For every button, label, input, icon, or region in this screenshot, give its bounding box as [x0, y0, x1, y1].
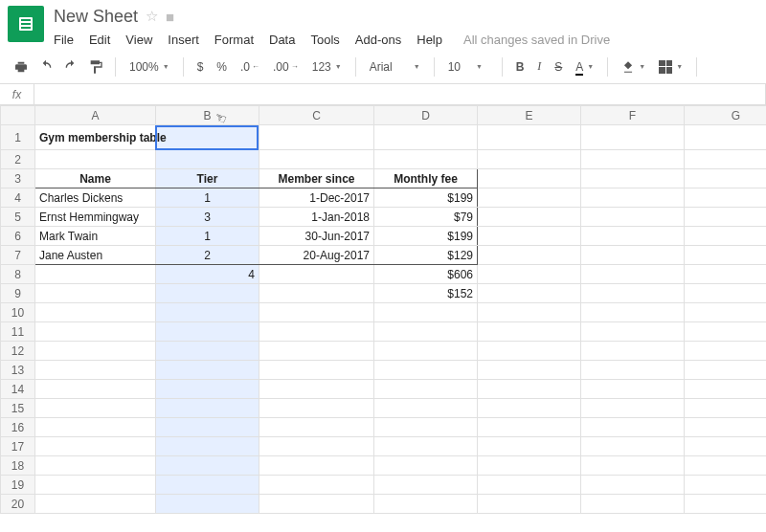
cell-c3[interactable]: Member since — [259, 169, 374, 188]
cell-d4[interactable]: $199 — [374, 188, 478, 208]
menu-data[interactable]: Data — [269, 33, 295, 47]
cell-c4[interactable]: 1-Dec-2017 — [259, 188, 374, 208]
cell-d9[interactable]: $152 — [374, 284, 478, 303]
row-header[interactable]: 2 — [1, 150, 35, 169]
font-family-select[interactable]: Arial▼ — [366, 60, 424, 74]
undo-icon[interactable] — [36, 57, 56, 77]
decrease-decimal-button[interactable]: .0← — [237, 60, 263, 74]
cell-d6[interactable]: $199 — [374, 227, 478, 246]
strikethrough-button[interactable]: S — [551, 60, 566, 74]
row-header[interactable]: 16 — [1, 418, 35, 437]
formula-input[interactable] — [34, 84, 766, 104]
row-header[interactable]: 20 — [1, 495, 35, 514]
row-header[interactable]: 17 — [1, 437, 35, 456]
bold-button[interactable]: B — [512, 60, 529, 74]
menu-view[interactable]: View — [125, 33, 152, 47]
row-header[interactable]: 6 — [1, 227, 35, 246]
cell-d7[interactable]: $129 — [374, 246, 478, 265]
row-header[interactable]: 1 — [1, 125, 35, 150]
sheets-icon — [14, 12, 37, 35]
row-header[interactable]: 8 — [1, 265, 35, 284]
col-header-b[interactable]: B — [156, 106, 259, 125]
col-header-a[interactable]: A — [35, 106, 156, 125]
row-header[interactable]: 5 — [1, 208, 35, 227]
cell-d5[interactable]: $79 — [374, 208, 478, 227]
print-icon[interactable] — [11, 57, 31, 77]
folder-icon[interactable]: ■ — [166, 9, 174, 25]
menu-file[interactable]: File — [54, 33, 74, 47]
doc-title[interactable]: New Sheet — [54, 7, 138, 27]
cell-c5[interactable]: 1-Jan-2018 — [259, 208, 374, 227]
col-header-g[interactable]: G — [685, 106, 767, 125]
col-header-c[interactable]: C — [259, 106, 374, 125]
row-header[interactable]: 14 — [1, 380, 35, 399]
font-size-select[interactable]: 10▼ — [444, 60, 492, 74]
app-header: New Sheet ☆ ■ File Edit View Insert Form… — [0, 0, 766, 50]
col-header-f[interactable]: F — [581, 106, 685, 125]
save-status: All changes saved in Drive — [463, 33, 610, 47]
cell-b6[interactable]: 1 — [156, 227, 259, 246]
menu-tools[interactable]: Tools — [310, 33, 339, 47]
menu-format[interactable]: Format — [214, 33, 254, 47]
cell-b8[interactable]: 4 — [156, 265, 259, 284]
cell-a4[interactable]: Charles Dickens — [35, 188, 156, 208]
select-all-corner[interactable] — [1, 106, 35, 125]
redo-icon[interactable] — [61, 57, 80, 77]
cell-a3[interactable]: Name — [35, 169, 156, 188]
svg-rect-2 — [21, 19, 31, 21]
toolbar: 100%▼ $ % .0← .00→ 123▼ Arial▼ 10▼ B I S… — [0, 50, 766, 84]
zoom-select[interactable]: 100%▼ — [125, 60, 173, 74]
paint-format-icon[interactable] — [86, 57, 105, 77]
cell-b7[interactable]: 2 — [156, 246, 259, 265]
col-header-e[interactable]: E — [478, 106, 581, 125]
menu-addons[interactable]: Add-ons — [355, 33, 401, 47]
formula-bar[interactable]: fx — [0, 84, 766, 105]
menu-bar: File Edit View Insert Format Data Tools … — [54, 29, 758, 50]
cell-a7[interactable]: Jane Austen — [35, 246, 156, 265]
svg-rect-4 — [21, 27, 31, 29]
cell-b1[interactable] — [156, 125, 259, 150]
text-color-button[interactable]: A▼ — [572, 60, 597, 74]
row-header[interactable]: 3 — [1, 169, 35, 188]
row-header[interactable]: 19 — [1, 476, 35, 495]
row-header[interactable]: 12 — [1, 342, 35, 361]
number-format-select[interactable]: 123▼ — [308, 60, 346, 74]
cell-a1[interactable]: Gym membership table — [35, 125, 156, 150]
col-header-d[interactable]: D — [374, 106, 478, 125]
cell-d3[interactable]: Monthly fee — [374, 169, 478, 188]
increase-decimal-button[interactable]: .00→ — [269, 60, 303, 74]
menu-help[interactable]: Help — [417, 33, 442, 47]
star-icon[interactable]: ☆ — [146, 8, 158, 25]
italic-button[interactable]: I — [533, 59, 545, 74]
currency-button[interactable]: $ — [193, 60, 208, 74]
cell-d8[interactable]: $606 — [374, 265, 478, 284]
cell-a6[interactable]: Mark Twain — [35, 227, 156, 246]
cell-c6[interactable]: 30-Jun-2017 — [259, 227, 374, 246]
sheets-logo — [8, 6, 44, 42]
row-header[interactable]: 13 — [1, 361, 35, 380]
row-header[interactable]: 11 — [1, 322, 35, 342]
menu-insert[interactable]: Insert — [168, 33, 199, 47]
row-header[interactable]: 10 — [1, 303, 35, 322]
cell-a5[interactable]: Ernst Hemmingway — [35, 208, 156, 227]
cell-c7[interactable]: 20-Aug-2017 — [259, 246, 374, 265]
cell-b3[interactable]: Tier — [156, 169, 259, 188]
svg-rect-3 — [21, 23, 31, 25]
row-header[interactable]: 9 — [1, 284, 35, 303]
cell-b5[interactable]: 3 — [156, 208, 259, 227]
borders-button[interactable]: ▼ — [655, 60, 687, 74]
row-header[interactable]: 18 — [1, 456, 35, 476]
spreadsheet-grid[interactable]: A B C D E F G 1 Gym membership table 2 3… — [0, 105, 766, 514]
row-header[interactable]: 15 — [1, 399, 35, 418]
percent-button[interactable]: % — [213, 60, 231, 74]
row-header[interactable]: 7 — [1, 246, 35, 265]
row-header[interactable]: 4 — [1, 188, 35, 208]
fx-label: fx — [0, 84, 34, 104]
menu-edit[interactable]: Edit — [89, 33, 110, 47]
fill-color-button[interactable]: ▼ — [618, 60, 649, 74]
cell-b4[interactable]: 1 — [156, 188, 259, 208]
